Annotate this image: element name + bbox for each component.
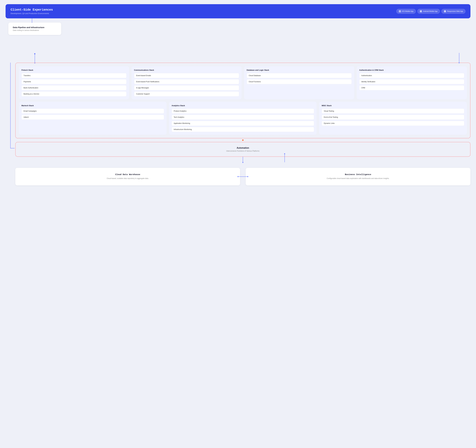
martech-stack-title: Martech Stack bbox=[22, 105, 164, 107]
communications-stack-card: Communications Stack Event-based Emails … bbox=[131, 66, 242, 99]
android-label: Android Mobile App bbox=[423, 10, 437, 12]
comm-item-1: Event-based Push Notifications bbox=[134, 79, 239, 84]
header-subtitle: Development, QA and Production Environme… bbox=[11, 12, 53, 14]
martech-item-0: Email Campaigns bbox=[22, 108, 164, 113]
comm-item-2: In-app Messages bbox=[134, 85, 239, 90]
db-item-1: Cloud Functions bbox=[247, 79, 352, 84]
ios-label: iOS Mobile App bbox=[402, 10, 414, 12]
bottom-section: Cloud Data Warehouse Cloud-based, scalab… bbox=[15, 168, 470, 185]
martech-items: Email Campaigns Adtech bbox=[22, 108, 164, 120]
platform-pills:  iOS Mobile App ▶ Android Mobile App ▣ … bbox=[397, 9, 465, 14]
analytics-items: Product Analytics Tech Analytics Applica… bbox=[172, 108, 314, 132]
database-stack-card: Database and Logic Stack Cloud Database … bbox=[244, 66, 354, 99]
analytics-item-1: Tech Analytics bbox=[172, 115, 314, 120]
automation-subtitle: Interconnects Functions of Various Platf… bbox=[20, 150, 466, 152]
misc-item-1: End-to-End Testing bbox=[322, 115, 464, 120]
analytics-stack-title: Analytics Stack bbox=[172, 105, 314, 107]
bi-title: Business Intelligence bbox=[250, 173, 466, 176]
misc-stack-card: MISC Stack Visual Testing End-to-End Tes… bbox=[319, 102, 467, 135]
martech-item-1: Adtech bbox=[22, 115, 164, 120]
business-intelligence-card: Business Intelligence Configurable cloud… bbox=[246, 168, 470, 185]
analytics-item-3: Infrastructure Monitoring bbox=[172, 127, 314, 132]
pipeline-subtitle: Data routing to various destinations bbox=[13, 29, 57, 31]
fintech-item-3: Banking as a Service bbox=[22, 91, 126, 96]
pipeline-box: Data Pipeline and Infrastructure Data ro… bbox=[8, 23, 61, 35]
cloud-warehouse-title: Cloud Data Warehouse bbox=[20, 173, 236, 176]
client-side-header: Client-Side Experiences Development, QA … bbox=[6, 4, 470, 18]
database-items: Cloud Database Cloud Functions bbox=[247, 73, 352, 84]
bi-description: Configurable cloud-based data exploratio… bbox=[250, 177, 466, 180]
analytics-stack-card: Analytics Stack Product Analytics Tech A… bbox=[169, 102, 317, 135]
fintech-items: Transfers Payments Bank Authentication B… bbox=[22, 73, 126, 96]
db-item-0: Cloud Database bbox=[247, 73, 352, 78]
auth-crm-items: Authentication Identity Verification CRM bbox=[359, 73, 464, 90]
auth-crm-stack-title: Authentication & CRM Stack bbox=[359, 69, 464, 71]
misc-item-2: Dynamic Links bbox=[322, 121, 464, 126]
fintech-stack-card: Fintech Stack Transfers Payments Bank Au… bbox=[19, 66, 129, 99]
auth-item-1: Identity Verification bbox=[359, 79, 464, 84]
h-connector-line bbox=[238, 176, 248, 177]
stacks-row-2: Martech Stack Email Campaigns Adtech Ana… bbox=[19, 102, 467, 135]
web-label: Responsive Web App bbox=[447, 10, 463, 12]
web-pill: ▣ Responsive Web App bbox=[442, 9, 465, 14]
fintech-stack-title: Fintech Stack bbox=[22, 69, 126, 71]
apple-icon:  bbox=[399, 10, 401, 12]
analytics-item-0: Product Analytics bbox=[172, 108, 314, 113]
cloud-warehouse-description: Cloud-based, scalable data repository to… bbox=[20, 177, 236, 180]
automation-container: Automation Interconnects Functions of Va… bbox=[15, 142, 470, 157]
monitor-icon: ▣ bbox=[444, 10, 446, 12]
comm-item-0: Event-based Emails bbox=[134, 73, 239, 78]
cloud-warehouse-card: Cloud Data Warehouse Cloud-based, scalab… bbox=[15, 168, 240, 185]
fintech-item-0: Transfers bbox=[22, 73, 126, 78]
header-title: Client-Side Experiences bbox=[11, 8, 53, 11]
auth-item-0: Authentication bbox=[359, 73, 464, 78]
android-pill: ▶ Android Mobile App bbox=[417, 9, 440, 14]
stacks-row-1: Fintech Stack Transfers Payments Bank Au… bbox=[19, 66, 467, 99]
android-icon: ▶ bbox=[420, 10, 422, 12]
auth-item-2: CRM bbox=[359, 85, 464, 90]
misc-item-0: Visual Testing bbox=[322, 108, 464, 113]
database-stack-title: Database and Logic Stack bbox=[247, 69, 352, 71]
communications-stack-title: Communications Stack bbox=[134, 69, 239, 71]
martech-stack-card: Martech Stack Email Campaigns Adtech bbox=[19, 102, 167, 135]
analytics-item-2: Application Monitoring bbox=[172, 121, 314, 126]
fintech-item-1: Payments bbox=[22, 79, 126, 84]
misc-items: Visual Testing End-to-End Testing Dynami… bbox=[322, 108, 464, 126]
arrow-right-tip bbox=[248, 176, 249, 177]
arrow-left-tip bbox=[237, 176, 238, 177]
automation-title: Automation bbox=[20, 147, 466, 149]
ios-pill:  iOS Mobile App bbox=[397, 9, 416, 14]
pipeline-title: Data Pipeline and Infrastructure bbox=[13, 26, 57, 28]
misc-stack-title: MISC Stack bbox=[322, 105, 464, 107]
comm-item-3: Customer Support bbox=[134, 91, 239, 96]
fintech-item-2: Bank Authentication bbox=[22, 85, 126, 90]
orange-dot-connector bbox=[242, 139, 244, 141]
communications-items: Event-based Emails Event-based Push Noti… bbox=[134, 73, 239, 96]
auth-crm-stack-card: Authentication & CRM Stack Authenticatio… bbox=[357, 66, 467, 99]
stacks-container: Fintech Stack Transfers Payments Bank Au… bbox=[15, 63, 470, 138]
